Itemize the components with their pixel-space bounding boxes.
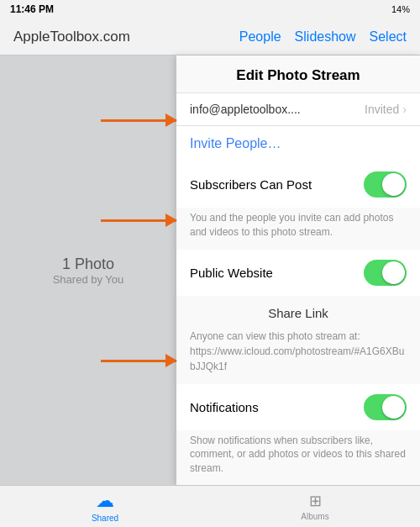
invite-label: Invite People… — [190, 136, 281, 151]
subscribers-desc: You and the people you invite can add ph… — [176, 208, 420, 250]
status-time: 11:46 PM — [10, 3, 54, 15]
left-panel: 1 Photo Shared by You — [0, 55, 176, 485]
shared-icon: ☁ — [96, 490, 114, 512]
slideshow-button[interactable]: Slideshow — [295, 29, 356, 45]
photo-sub: Shared by You — [53, 273, 124, 286]
public-website-label: Public Website — [190, 266, 273, 280]
main-content: 1 Photo Shared by You Edit Photo Stream … — [0, 55, 420, 485]
share-link-title: Share Link — [176, 296, 420, 325]
battery-level: 14% — [391, 4, 410, 14]
nav-bar: AppleToolbox.com People Slideshow Select — [0, 18, 420, 55]
nav-title: AppleToolbox.com — [13, 29, 130, 45]
notifications-label: Notifications — [190, 400, 259, 414]
subscribers-toggle[interactable] — [364, 171, 407, 198]
albums-icon: ⊞ — [309, 492, 322, 510]
notifications-desc: Show notifications when subscribers like… — [176, 430, 420, 485]
popup-panel: Edit Photo Stream info@appletoolbox.... … — [176, 55, 420, 485]
popup-title: Edit Photo Stream — [176, 55, 420, 93]
tab-albums[interactable]: ⊞ Albums — [210, 486, 420, 527]
nav-actions: People Slideshow Select — [239, 29, 407, 45]
public-website-toggle[interactable] — [364, 260, 407, 286]
subscribers-toggle-row: Subscribers Can Post — [176, 161, 420, 208]
arrow-1 — [101, 119, 176, 122]
photo-info: 1 Photo Shared by You — [53, 256, 124, 286]
invited-row[interactable]: info@appletoolbox.... Invited › — [176, 93, 420, 126]
status-bar: 11:46 PM 14% — [0, 0, 420, 18]
notifications-toggle[interactable] — [364, 394, 407, 420]
subscribers-label: Subscribers Can Post — [190, 177, 312, 192]
arrow-2 — [101, 219, 176, 222]
invited-email: info@appletoolbox.... — [190, 103, 301, 116]
share-link-desc-text: Anyone can view this photo stream at: — [190, 330, 360, 342]
people-button[interactable]: People — [239, 29, 281, 45]
select-button[interactable]: Select — [370, 29, 407, 45]
invite-people-button[interactable]: Invite People… — [176, 126, 420, 161]
tab-albums-label: Albums — [301, 512, 328, 521]
tab-bar: ☁ Shared ⊞ Albums — [0, 485, 420, 527]
tab-shared[interactable]: ☁ Shared — [0, 486, 210, 527]
share-url: https://www.icloud.com/photostream/#A1G6… — [190, 345, 404, 372]
status-right: 14% — [391, 4, 410, 14]
invited-status: Invited › — [365, 103, 407, 116]
photo-count: 1 Photo — [53, 256, 124, 273]
tab-shared-label: Shared — [92, 514, 118, 523]
notifications-toggle-row: Notifications — [176, 384, 420, 430]
invited-label: Invited — [365, 103, 399, 116]
public-website-toggle-row: Public Website — [176, 250, 420, 296]
chevron-icon: › — [402, 103, 407, 116]
share-link-desc: Anyone can view this photo stream at: ht… — [176, 325, 420, 384]
arrow-3 — [101, 360, 176, 362]
